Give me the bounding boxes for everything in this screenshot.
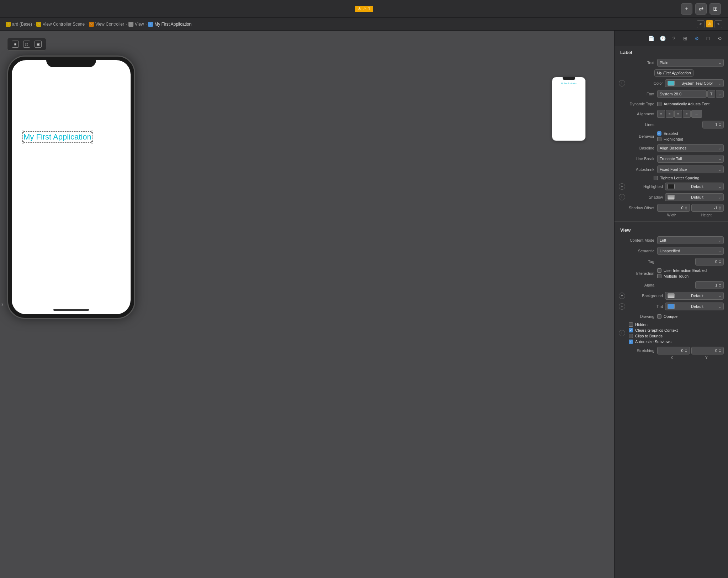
left-expand-button[interactable]: › xyxy=(0,298,5,310)
attributes-icon[interactable]: ⚙ xyxy=(692,34,701,43)
tighten-checkbox[interactable] xyxy=(654,176,658,180)
breadcrumb-item-0[interactable]: f ard (Base) xyxy=(6,22,32,27)
highlighted2-field[interactable]: Default ⌄ xyxy=(665,183,724,190)
font-t-button[interactable]: T xyxy=(707,90,715,98)
shadow-w-down[interactable]: ▼ xyxy=(685,208,687,210)
help-icon[interactable]: ? xyxy=(670,34,678,43)
shadow-width-field[interactable]: 0 ▲ ▼ xyxy=(657,204,690,212)
shadow-field[interactable]: Default ⌄ xyxy=(665,193,724,201)
opaque-checkbox[interactable] xyxy=(657,314,661,319)
sy-down[interactable]: ▼ xyxy=(719,351,721,353)
obj-icon-2[interactable]: ▣ xyxy=(35,41,42,48)
tint-dropdown[interactable]: Default ⌄ xyxy=(665,303,724,310)
align-center-button[interactable]: ≡ xyxy=(666,110,674,118)
breadcrumb-item-2[interactable]: V View Controller xyxy=(89,22,124,27)
breadcrumb-item-1[interactable]: S View Controller Scene xyxy=(36,22,85,27)
lines-up-arrow[interactable]: ▲ xyxy=(719,122,721,125)
stretching-x-field[interactable]: 0 ▲ ▼ xyxy=(657,347,690,354)
background-field[interactable]: Default ⌄ xyxy=(665,292,724,300)
breadcrumb-item-3[interactable]: □ View xyxy=(128,22,144,27)
highlighted-checkbox[interactable] xyxy=(657,137,661,141)
background-dropdown[interactable]: Default ⌄ xyxy=(665,292,724,300)
warning-badge[interactable]: ⚠ ⚠ 1 xyxy=(355,6,373,12)
clock-icon[interactable]: 🕐 xyxy=(658,34,667,43)
autoresize-checkbox[interactable] xyxy=(629,340,633,344)
sx-down[interactable]: ▼ xyxy=(685,351,687,353)
tint-field[interactable]: Default ⌄ xyxy=(665,303,724,310)
autoshrink-dropdown[interactable]: Fixed Font Size ⌄ xyxy=(657,165,724,173)
tag-stepper[interactable]: ▲ ▼ xyxy=(719,259,721,264)
text-content-value[interactable]: My First Application xyxy=(654,69,693,77)
tint-plus-button[interactable]: + xyxy=(619,303,625,310)
lines-down-arrow[interactable]: ▼ xyxy=(719,125,721,127)
text-type-field[interactable]: Plain ⌄ xyxy=(657,59,724,67)
nav-prev-button[interactable]: < xyxy=(697,20,705,28)
shadow-plus-button[interactable]: + xyxy=(619,194,625,200)
lines-stepper[interactable]: ▲ ▼ xyxy=(719,122,721,127)
drawing-plus-button[interactable]: + xyxy=(619,330,625,336)
shadow-height-field[interactable]: -1 ▲ ▼ xyxy=(691,204,724,212)
line-break-field[interactable]: Truncate Tail ⌄ xyxy=(657,155,724,163)
handle-bl[interactable] xyxy=(22,141,24,143)
font-size-stepper[interactable]: ⌄ xyxy=(716,90,724,98)
tag-value-field[interactable]: 0 ▲ ▼ xyxy=(695,258,724,266)
color-dropdown[interactable]: System Teal Color ⌄ xyxy=(665,79,724,87)
arrows-button[interactable]: ⇄ xyxy=(695,3,707,15)
connections-icon[interactable]: ⟲ xyxy=(715,34,724,43)
handle-tr[interactable] xyxy=(91,131,93,133)
highlighted2-dropdown[interactable]: Default ⌄ xyxy=(665,183,724,190)
baseline-field[interactable]: Align Baselines ⌄ xyxy=(657,144,724,152)
shadow-w-up[interactable]: ▲ xyxy=(685,205,687,208)
hidden-checkbox[interactable] xyxy=(629,322,633,327)
line-break-dropdown[interactable]: Truncate Tail ⌄ xyxy=(657,155,724,163)
grid-icon[interactable]: ⊞ xyxy=(681,34,690,43)
shadow-h-down[interactable]: ▼ xyxy=(719,208,721,210)
file-inspector-icon[interactable]: 📄 xyxy=(647,34,655,43)
align-right-button[interactable]: ≡ xyxy=(674,110,682,118)
stretching-y-stepper[interactable]: ▲ ▼ xyxy=(719,348,721,353)
handle-br[interactable] xyxy=(91,141,93,143)
color-plus-button[interactable]: + xyxy=(619,80,625,86)
nav-next-button[interactable]: > xyxy=(714,20,722,28)
user-interaction-checkbox[interactable] xyxy=(657,268,661,273)
autoshrink-field[interactable]: Fixed Font Size ⌄ xyxy=(657,165,724,173)
lines-value-field[interactable]: 1 ▲ ▼ xyxy=(702,121,724,128)
highlighted-plus-button[interactable]: + xyxy=(619,183,625,190)
color-field[interactable]: System Teal Color ⌄ xyxy=(665,79,724,87)
obj-icon-1[interactable]: ◎ xyxy=(23,41,30,48)
background-plus-button[interactable]: + xyxy=(619,293,625,299)
text-dropdown[interactable]: Plain ⌄ xyxy=(657,59,724,67)
layout-button[interactable]: ⊞ xyxy=(709,3,721,15)
content-mode-field[interactable]: Left ⌄ xyxy=(657,236,724,244)
handle-tl[interactable] xyxy=(22,131,24,133)
shadow-dropdown[interactable]: Default ⌄ xyxy=(665,193,724,201)
enabled-checkbox[interactable] xyxy=(657,131,661,136)
stretching-x-stepper[interactable]: ▲ ▼ xyxy=(685,348,687,353)
alpha-up[interactable]: ▲ xyxy=(719,283,721,285)
clears-graphics-checkbox[interactable] xyxy=(629,328,633,332)
align-left-button[interactable]: ≡ xyxy=(657,110,665,118)
size-icon[interactable]: □ xyxy=(704,34,712,43)
semantic-dropdown[interactable]: Unspecified ⌄ xyxy=(657,247,724,255)
font-value-field[interactable]: System 28.0 xyxy=(657,90,707,98)
obj-icon-0[interactable]: ■ xyxy=(12,41,19,48)
stretching-y-field[interactable]: 0 ▲ ▼ xyxy=(691,347,724,354)
dynamic-type-checkbox[interactable] xyxy=(657,102,661,106)
align-more-button[interactable]: ··· xyxy=(691,110,702,118)
shadow-height-stepper[interactable]: ▲ ▼ xyxy=(719,205,721,210)
add-button[interactable]: + xyxy=(681,3,692,15)
shadow-h-up[interactable]: ▲ xyxy=(719,205,721,208)
tag-down[interactable]: ▼ xyxy=(719,262,721,264)
align-justify-button[interactable]: ≡ xyxy=(683,110,691,118)
alpha-stepper[interactable]: ▲ ▼ xyxy=(719,283,721,288)
alpha-down[interactable]: ▼ xyxy=(719,285,721,288)
alpha-value-field[interactable]: 1 ▲ ▼ xyxy=(695,281,724,289)
content-mode-dropdown[interactable]: Left ⌄ xyxy=(657,236,724,244)
breadcrumb-item-4[interactable]: L My First Application xyxy=(148,22,191,27)
multiple-touch-checkbox[interactable] xyxy=(657,274,661,278)
tag-up[interactable]: ▲ xyxy=(719,259,721,262)
clips-bounds-checkbox[interactable] xyxy=(629,334,633,338)
sx-up[interactable]: ▲ xyxy=(685,348,687,351)
baseline-dropdown[interactable]: Align Baselines ⌄ xyxy=(657,144,724,152)
sy-up[interactable]: ▲ xyxy=(719,348,721,351)
